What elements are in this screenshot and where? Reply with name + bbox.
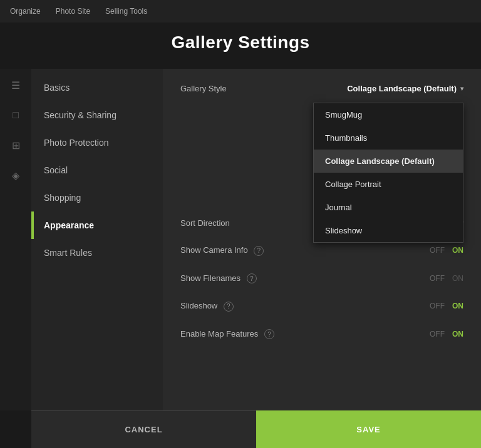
show-filenames-on[interactable]: ON	[452, 274, 463, 283]
gallery-style-dropdown-menu: SmugMug Thumbnails Collage Landscape (De…	[313, 103, 463, 243]
gallery-style-row: Gallery Style Collage Landscape (Default…	[180, 84, 463, 93]
cancel-button[interactable]: CANCEL	[31, 410, 256, 448]
show-camera-info-row: Show Camera Info ? OFF ON	[180, 245, 463, 256]
nav-selling-tools[interactable]: Selling Tools	[105, 7, 147, 16]
gallery-style-dropdown-btn[interactable]: Collage Landscape (Default) ▾	[347, 84, 463, 93]
enable-map-features-value: OFF ON	[293, 330, 463, 339]
strip-icon-3[interactable]: ⊞	[7, 136, 24, 154]
gallery-style-selected: Collage Landscape (Default)	[347, 84, 457, 93]
save-button[interactable]: SAVE	[256, 410, 481, 448]
main-layout: Basics Security & Sharing Photo Protecti…	[31, 69, 481, 410]
show-camera-info-label: Show Camera Info ?	[180, 245, 293, 256]
nav-organize[interactable]: Organize	[10, 7, 41, 16]
option-slideshow[interactable]: Slideshow	[314, 219, 463, 242]
slideshow-on[interactable]: ON	[452, 302, 463, 310]
slideshow-toggle: OFF ON	[430, 302, 463, 310]
show-camera-info-help[interactable]: ?	[254, 246, 264, 256]
page-title: Gallery Settings	[0, 33, 481, 53]
sidebar-item-shopping[interactable]: Shopping	[31, 184, 163, 211]
option-collage-portrait[interactable]: Collage Portrait	[314, 173, 463, 196]
nav-photo-site[interactable]: Photo Site	[56, 7, 90, 16]
enable-map-features-label: Enable Map Features ?	[180, 329, 293, 340]
strip-icon-2[interactable]: □	[7, 106, 24, 124]
option-smugmug[interactable]: SmugMug	[314, 103, 463, 126]
slideshow-value: OFF ON	[293, 302, 463, 310]
sort-direction-label: Sort Direction	[180, 218, 293, 228]
enable-map-features-off[interactable]: OFF	[430, 330, 445, 339]
show-filenames-row: Show Filenames ? OFF ON	[180, 273, 463, 284]
strip-icon-4[interactable]: ◈	[7, 166, 24, 184]
option-thumbnails[interactable]: Thumbnails	[314, 126, 463, 150]
show-filenames-off[interactable]: OFF	[430, 274, 445, 283]
enable-map-features-on[interactable]: ON	[452, 330, 463, 339]
gallery-style-label: Gallery Style	[180, 84, 293, 93]
show-filenames-help[interactable]: ?	[247, 273, 257, 283]
sidebar-item-social[interactable]: Social	[31, 156, 163, 184]
option-collage-landscape[interactable]: Collage Landscape (Default)	[314, 150, 463, 173]
enable-map-features-row: Enable Map Features ? OFF ON	[180, 329, 463, 340]
slideshow-row: Slideshow ? OFF ON	[180, 301, 463, 312]
slideshow-label: Slideshow ?	[180, 301, 293, 312]
top-nav: Organize Photo Site Selling Tools	[0, 0, 481, 23]
gallery-style-chevron: ▾	[460, 85, 463, 92]
sidebar-item-basics[interactable]: Basics	[31, 74, 163, 101]
sidebar-item-smart-rules[interactable]: Smart Rules	[31, 239, 163, 267]
show-camera-info-value: OFF ON	[293, 246, 463, 255]
show-camera-info-off[interactable]: OFF	[430, 246, 445, 255]
option-journal[interactable]: Journal	[314, 196, 463, 219]
show-camera-info-on[interactable]: ON	[452, 246, 463, 255]
sidebar-item-appearance[interactable]: Appearance	[31, 211, 163, 239]
enable-map-features-toggle: OFF ON	[430, 330, 463, 339]
sidebar: Basics Security & Sharing Photo Protecti…	[31, 69, 163, 410]
show-camera-info-toggle: OFF ON	[430, 246, 463, 255]
sidebar-item-photo-protection[interactable]: Photo Protection	[31, 129, 163, 156]
gallery-style-value: Collage Landscape (Default) ▾	[293, 84, 463, 93]
show-filenames-toggle: OFF ON	[430, 274, 463, 283]
footer-bar: CANCEL SAVE	[31, 410, 481, 448]
slideshow-help[interactable]: ?	[224, 302, 234, 312]
enable-map-features-help[interactable]: ?	[264, 329, 274, 339]
left-icon-strip: ☰ □ ⊞ ◈	[0, 69, 31, 410]
content-area: Gallery Style Collage Landscape (Default…	[163, 69, 481, 410]
strip-icon-1[interactable]: ☰	[7, 76, 24, 94]
sidebar-item-security-sharing[interactable]: Security & Sharing	[31, 101, 163, 129]
page-title-area: Gallery Settings	[0, 23, 481, 58]
show-filenames-value: OFF ON	[293, 274, 463, 283]
slideshow-off[interactable]: OFF	[430, 302, 445, 310]
show-filenames-label: Show Filenames ?	[180, 273, 293, 284]
